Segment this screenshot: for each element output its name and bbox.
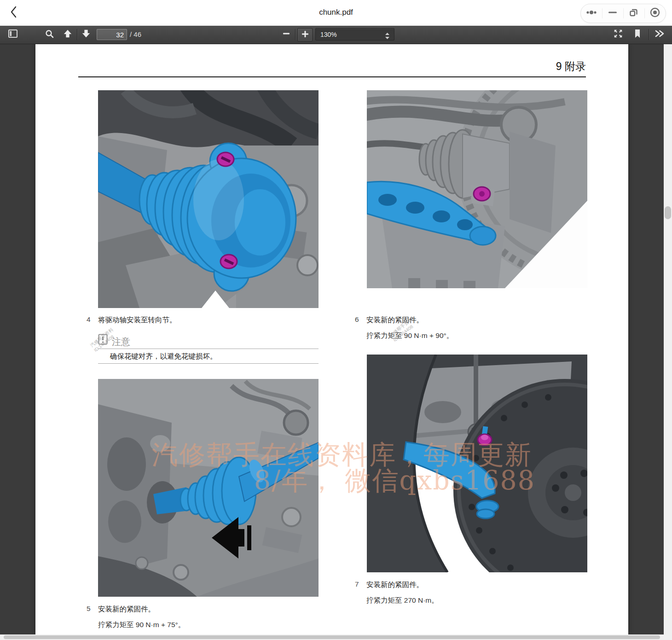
float-window-icon [628,7,639,20]
fullscreen-icon [613,29,623,41]
sidebar-toggle-icon [8,29,18,41]
notice-rule-bottom [98,363,319,364]
pdf-toolbar: / 46 130% [0,25,672,44]
page-down-icon [81,29,91,40]
bookmark-icon [633,29,642,41]
minimize-button[interactable] [602,4,623,23]
vertical-scrollbar-thumb[interactable] [665,206,671,219]
find-button[interactable] [42,25,57,44]
zoom-out-icon [282,29,290,40]
record-button[interactable] [644,4,666,23]
zoom-in-icon [301,30,309,40]
zoom-in-button[interactable] [297,28,313,41]
step-torque-text: 拧紧力矩至 90 N·m + 75°。 [98,620,185,630]
pdf-page: 9 附录 [35,44,628,634]
select-spinner-icon [385,31,390,44]
horizontal-scrollbar-thumb[interactable] [4,635,660,639]
zoom-out-button[interactable] [279,25,294,44]
toolbar-divider [295,29,295,40]
app-capsule [580,4,666,23]
double-chevron-right-icon [654,29,665,40]
search-icon [45,29,54,41]
horizontal-scrollbar[interactable] [0,634,672,640]
minimize-icon [607,7,618,20]
bookmark-button[interactable] [631,25,644,44]
step-number: 7 [355,580,359,588]
pdf-viewer: 9 附录 [0,44,672,640]
step-torque-text: 拧紧力矩至 90 N·m + 90°。 [366,331,453,341]
zoom-level-value: 130% [320,31,337,38]
float-window-button[interactable] [623,4,644,23]
step-text: 将驱动轴安装至转向节。 [98,315,177,325]
document-title: chunk.pdf [0,8,672,17]
step-text: 安装新的紧固件。 [366,315,423,325]
toolbar-divider [77,29,77,40]
sidebar-toggle-button[interactable] [6,25,20,44]
step-text: 安装新的紧固件。 [98,605,155,614]
figure-control-arm-fastener [367,90,587,288]
notice-text: 确保花键对齐，以避免花键损坏。 [110,352,217,361]
more-tools-button[interactable] [651,25,668,44]
step-text: 安装新的紧固件。 [366,580,423,590]
titlebar: chunk.pdf [0,0,672,26]
step-number: 4 [87,315,91,324]
record-icon [649,6,661,20]
zoom-level-select[interactable]: 130% [315,28,394,41]
step-torque-text: 拧紧力矩至 270 N·m。 [366,596,439,605]
page-number-input[interactable] [97,29,127,40]
notice-title: 注意 [112,336,130,348]
figure-lower-arm-brake-disc [367,355,587,572]
notice-rule-top [98,349,319,349]
step-number: 5 [87,605,91,613]
next-page-button[interactable] [79,25,93,44]
toolbar-divider [649,29,649,40]
vertical-scrollbar[interactable] [664,44,672,634]
page-up-icon [63,29,72,40]
presentation-mode-button[interactable] [610,25,626,44]
more-button[interactable] [581,4,602,23]
header-rule [78,76,586,77]
more-icon [585,7,597,20]
previous-page-button[interactable] [60,25,75,44]
page-section-header: 9 附录 [35,59,586,74]
page-count-label: / 46 [130,25,141,44]
warning-icon [98,334,108,346]
figure-axle-knuckle-arrow [98,379,319,597]
step-number: 6 [355,315,359,324]
figure-drive-axle-transmission [98,90,319,308]
